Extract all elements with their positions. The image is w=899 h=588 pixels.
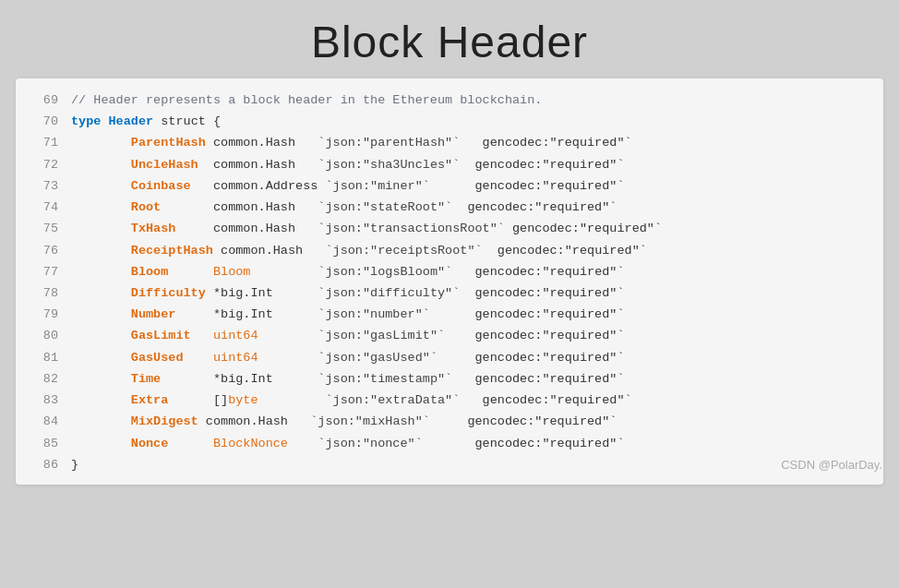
table-row: 74 Root common.Hash `json:"stateRoot"` g… bbox=[16, 197, 883, 218]
code-token: `json:"number"` bbox=[318, 307, 430, 321]
code-token bbox=[71, 286, 131, 300]
line-content: MixDigest common.Hash `json:"mixHash"` g… bbox=[71, 411, 874, 432]
code-token: Nonce bbox=[131, 437, 169, 450]
line-number: 81 bbox=[25, 347, 58, 368]
code-token: gencodec:"required"` bbox=[483, 244, 647, 258]
code-token: GasLimit bbox=[131, 329, 191, 342]
code-token bbox=[258, 351, 318, 365]
table-row: 77 Bloom Bloom `json:"logsBloom"` gencod… bbox=[16, 261, 883, 282]
line-content: GasLimit uint64 `json:"gasLimit"` gencod… bbox=[71, 325, 874, 346]
code-token: gencodec:"required"` bbox=[460, 158, 624, 172]
code-token: common.Hash bbox=[198, 414, 311, 428]
line-content: ParentHash common.Hash `json:"parentHash… bbox=[71, 132, 874, 153]
code-token: // Header represents a block header in t… bbox=[71, 93, 542, 107]
line-content: TxHash common.Hash `json:"transactionsRo… bbox=[71, 218, 874, 239]
table-row: 84 MixDigest common.Hash `json:"mixHash"… bbox=[16, 411, 883, 432]
code-token: Bloom bbox=[131, 265, 169, 279]
code-token: `json:"mixHash"` bbox=[310, 414, 430, 428]
line-content: UncleHash common.Hash `json:"sha3Uncles"… bbox=[71, 154, 874, 175]
code-token: type bbox=[71, 114, 101, 128]
code-token: common.Hash bbox=[198, 158, 318, 172]
line-content: GasUsed uint64 `json:"gasUsed"` gencodec… bbox=[71, 347, 874, 368]
line-number: 85 bbox=[25, 433, 58, 454]
code-token: ReceiptHash bbox=[131, 244, 213, 258]
code-token: `json:"gasUsed"` bbox=[318, 351, 438, 365]
line-content: Root common.Hash `json:"stateRoot"` genc… bbox=[71, 197, 874, 218]
line-content: Difficulty *big.Int `json:"difficulty"` … bbox=[71, 282, 874, 304]
line-content: } bbox=[71, 454, 874, 475]
code-token: gencodec:"required"` bbox=[452, 265, 624, 279]
code-token: gencodec:"required"` bbox=[452, 200, 617, 214]
code-token bbox=[71, 393, 131, 407]
code-token: common.Address bbox=[191, 179, 326, 193]
line-content: Bloom Bloom `json:"logsBloom"` gencodec:… bbox=[71, 261, 874, 282]
code-token bbox=[71, 414, 131, 428]
line-number: 83 bbox=[25, 390, 58, 411]
line-content: Extra []byte `json:"extraData"` gencodec… bbox=[71, 390, 874, 411]
code-token: *big.Int bbox=[161, 372, 318, 386]
code-token bbox=[168, 437, 213, 450]
code-token: `json:"nonce"` bbox=[318, 437, 422, 450]
line-number: 69 bbox=[25, 90, 58, 111]
code-token bbox=[71, 372, 131, 386]
table-row: 76 ReceiptHash common.Hash `json:"receip… bbox=[16, 240, 883, 261]
code-token bbox=[71, 351, 131, 365]
code-token: `json:"extraData"` bbox=[325, 393, 460, 407]
table-row: 80 GasLimit uint64 `json:"gasLimit"` gen… bbox=[16, 325, 883, 346]
table-row: 82 Time *big.Int `json:"timestamp"` genc… bbox=[16, 368, 883, 390]
line-content: type Header struct { bbox=[71, 111, 874, 132]
code-token: BlockNonce bbox=[213, 437, 288, 450]
table-row: 79 Number *big.Int `json:"number"` genco… bbox=[16, 304, 883, 325]
table-row: 85 Nonce BlockNonce `json:"nonce"` genco… bbox=[16, 433, 883, 454]
code-token: gencodec:"required"` bbox=[460, 393, 631, 407]
code-token: `json:"timestamp"` bbox=[318, 372, 452, 386]
code-token: `json:"stateRoot"` bbox=[318, 200, 452, 214]
line-content: Coinbase common.Address `json:"miner"` g… bbox=[71, 175, 874, 197]
code-token: GasUsed bbox=[131, 351, 184, 365]
line-number: 79 bbox=[25, 304, 58, 325]
line-content: Number *big.Int `json:"number"` gencodec… bbox=[71, 304, 874, 325]
code-token: Root bbox=[131, 200, 161, 214]
table-row: 83 Extra []byte `json:"extraData"` genco… bbox=[16, 390, 883, 411]
line-content: // Header represents a block header in t… bbox=[71, 90, 874, 111]
line-number: 78 bbox=[25, 282, 58, 304]
code-token: UncleHash bbox=[131, 158, 198, 172]
code-token: Coinbase bbox=[131, 179, 191, 193]
code-token: gencodec:"required"` bbox=[430, 414, 617, 428]
table-row: 72 UncleHash common.Hash `json:"sha3Uncl… bbox=[16, 154, 883, 175]
code-token: ParentHash bbox=[131, 136, 206, 150]
code-token bbox=[71, 158, 131, 172]
code-token bbox=[191, 329, 213, 342]
code-token: `json:"sha3Uncles"` bbox=[318, 158, 460, 172]
code-token: Number bbox=[131, 307, 176, 321]
code-token bbox=[71, 179, 131, 193]
table-row: 81 GasUsed uint64 `json:"gasUsed"` genco… bbox=[16, 347, 883, 368]
line-number: 72 bbox=[25, 154, 58, 175]
line-content: Nonce BlockNonce `json:"nonce"` gencodec… bbox=[71, 433, 874, 454]
code-token: `json:"logsBloom"` bbox=[318, 265, 452, 279]
code-token: gencodec:"required"` bbox=[460, 286, 624, 300]
line-number: 71 bbox=[25, 132, 58, 153]
line-number: 70 bbox=[25, 111, 58, 132]
line-number: 76 bbox=[25, 240, 58, 261]
code-token bbox=[101, 114, 108, 128]
code-token: Bloom bbox=[213, 265, 251, 279]
table-row: 75 TxHash common.Hash `json:"transaction… bbox=[16, 218, 883, 239]
code-token: gencodec:"required"` bbox=[460, 136, 631, 150]
table-row: 71 ParentHash common.Hash `json:"parentH… bbox=[16, 132, 883, 153]
code-token: `json:"miner"` bbox=[325, 179, 429, 193]
code-token bbox=[184, 351, 213, 365]
code-token: TxHash bbox=[131, 222, 176, 235]
code-token: [] bbox=[168, 393, 228, 407]
code-token: `json:"difficulty"` bbox=[318, 286, 460, 300]
code-token: Time bbox=[131, 372, 161, 386]
code-panel: 69// Header represents a block header in… bbox=[16, 78, 883, 485]
code-token: gencodec:"required"` bbox=[452, 372, 624, 386]
code-token bbox=[168, 265, 213, 279]
code-token: common.Hash bbox=[206, 136, 318, 150]
code-token bbox=[71, 437, 131, 450]
code-token bbox=[71, 265, 131, 279]
code-token: `json:"parentHash"` bbox=[318, 136, 460, 150]
code-token: gencodec:"required"` bbox=[430, 179, 625, 193]
code-token: gencodec:"required"` bbox=[430, 307, 625, 321]
